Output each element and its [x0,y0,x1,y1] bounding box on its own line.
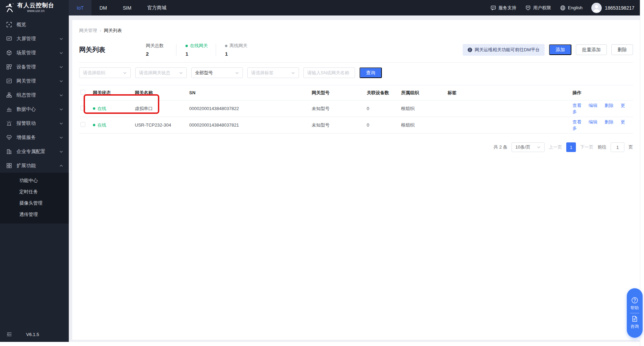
user-phone: 18653198217 [605,5,634,11]
sidebar-subitem-scheduled-tasks[interactable]: 定时任务 [0,186,69,197]
tab-official-store[interactable]: 官方商城 [139,0,174,15]
question-circle-icon [631,297,638,304]
select-all-checkbox[interactable] [80,90,85,95]
add-gateway-button[interactable]: 添加 [549,44,571,55]
sidebar-item-scene-mgmt[interactable]: 场景管理 [0,46,69,60]
version-label: V6.1.5 [26,332,39,337]
row-checkbox[interactable] [80,106,85,110]
search-input[interactable] [303,67,355,78]
help-button[interactable]: 帮助 [631,297,639,311]
device-grid-icon [6,64,12,70]
org-select-placeholder: 请选择组织 [83,70,123,76]
pagination: 共 2 条 10条/页 上一页 1 下一页 前往 页 [79,142,633,152]
sidebar-item-overview[interactable]: 概览 [0,18,69,32]
gem-icon [6,134,12,140]
breadcrumb-parent[interactable]: 网关管理 [79,28,97,34]
scene-cube-icon [6,50,12,56]
sidebar-item-data-center[interactable]: 数据中心 [0,102,69,116]
chevron-down-icon [59,150,63,154]
next-page-button[interactable]: 下一页 [580,144,593,150]
sidebar-item-label: 概览 [17,22,63,28]
sidebar-item-extensions[interactable]: 扩展功能 [0,159,69,173]
gateway-status-select[interactable]: 请选择网关状态 [135,67,187,78]
row-checkbox[interactable] [80,122,85,127]
prev-page-button[interactable]: 上一页 [549,144,562,150]
tab-iot[interactable]: IoT [69,0,92,15]
brand-subtitle: www.usr.cn [17,9,54,13]
table-row: 在线 虚拟串口 00002000143848037822 未知型号 0 根组织 … [79,100,633,117]
sidebar-subitem-camera-mgmt[interactable]: 摄像头管理 [0,197,69,209]
stat-offline: 离线网关 1 [225,43,251,57]
stat-online: 在线网关 1 [185,43,212,57]
page-1-button[interactable]: 1 [566,142,576,152]
stat-total-label: 网关总数 [146,43,172,49]
stat-offline-value: 1 [225,51,251,57]
page-size-select[interactable]: 10条/页 [512,142,545,152]
four-squares-icon [6,163,12,169]
col-device-count: 关联设备数 [365,85,400,100]
globe-icon [560,5,566,11]
stat-online-label: 在线网关 [190,43,208,49]
chevron-down-icon [291,71,295,75]
extensions-submenu: 功能中心 定时任务 摄像头管理 透传管理 [0,173,69,224]
service-support-link[interactable]: 服务支持 [491,5,516,11]
sidebar-item-gateway-mgmt[interactable]: 网关管理 [0,74,69,88]
sidebar-item-value-added[interactable]: 增值服务 [0,130,69,144]
gateway-model: 未知型号 [310,117,365,133]
breadcrumb: 网关管理 › 网关列表 [79,20,633,34]
dm-platform-notice[interactable]: 网关运维相关功能可前往DM平台 [463,44,545,56]
sidebar-item-label: 报警联动 [17,120,59,127]
topbar: IoT DM SIM 官方商城 服务支持 用户权限 [69,0,640,15]
language-label: English [568,5,583,10]
divider [176,44,176,56]
floating-help-pill: 帮助 咨询 [627,288,643,338]
sidebar: 有人云控制台 www.usr.cn 概览 大屏管理 [0,0,69,342]
view-link[interactable]: 查看 [572,103,581,108]
language-switcher[interactable]: English [560,5,583,11]
sidebar-subitem-function-center[interactable]: 功能中心 [0,175,69,186]
gateway-sn: 00002000143848037821 [188,117,310,133]
main-content: 网关管理 › 网关列表 网关列表 网关总数 2 在线网关 1 [69,15,640,342]
tab-sim[interactable]: SIM [115,0,139,15]
edit-link[interactable]: 编辑 [589,119,598,125]
sidebar-subitem-passthrough-mgmt[interactable]: 透传管理 [0,209,69,220]
delete-link[interactable]: 删除 [604,103,613,108]
chevron-down-icon [59,93,63,97]
edit-link[interactable]: 编辑 [589,103,598,108]
chevron-down-icon [59,79,63,83]
chevron-down-icon [537,145,541,149]
sidebar-item-config-mgmt[interactable]: 组态管理 [0,88,69,102]
usr-logo-icon [4,3,14,13]
search-button[interactable]: 查询 [359,67,382,78]
user-permission-link[interactable]: 用户权限 [525,5,551,11]
col-gateway-status: 网关状态 [92,85,133,100]
sidebar-item-label: 企业专属配置 [17,149,59,155]
tag-select[interactable]: 请选择标签 [247,67,299,78]
shield-icon [525,5,531,11]
goto-page-input[interactable] [611,142,624,152]
view-link[interactable]: 查看 [572,119,581,125]
model-select-value: 全部型号 [195,70,235,76]
sidebar-item-screen-mgmt[interactable]: 大屏管理 [0,32,69,46]
sidebar-item-enterprise-config[interactable]: 企业专属配置 [0,144,69,159]
big-screen-icon [6,36,12,42]
chevron-down-icon [59,136,63,140]
sidebar-item-device-mgmt[interactable]: 设备管理 [0,60,69,74]
sidebar-item-alarm-linkage[interactable]: 报警联动 [0,116,69,130]
org-select[interactable]: 请选择组织 [79,67,131,78]
gateway-status: 在线 [97,122,106,128]
user-menu[interactable]: 18653198217 [591,3,634,13]
sidebar-menu: 概览 大屏管理 场景管理 [0,15,69,224]
delete-button[interactable]: 删除 [611,44,633,55]
gateway-model: 未知型号 [310,100,365,117]
delete-link[interactable]: 删除 [604,119,613,125]
consult-button[interactable]: 咨询 [631,315,639,329]
tab-dm[interactable]: DM [92,0,115,15]
gateway-status: 在线 [97,106,106,112]
chevron-down-icon [59,121,63,126]
model-select[interactable]: 全部型号 [191,67,243,78]
batch-add-button[interactable]: 批量添加 [576,44,607,55]
status-select-placeholder: 请选择网关状态 [139,70,179,76]
brand-logo[interactable]: 有人云控制台 www.usr.cn [0,0,69,15]
collapse-sidebar-icon[interactable] [6,331,12,337]
